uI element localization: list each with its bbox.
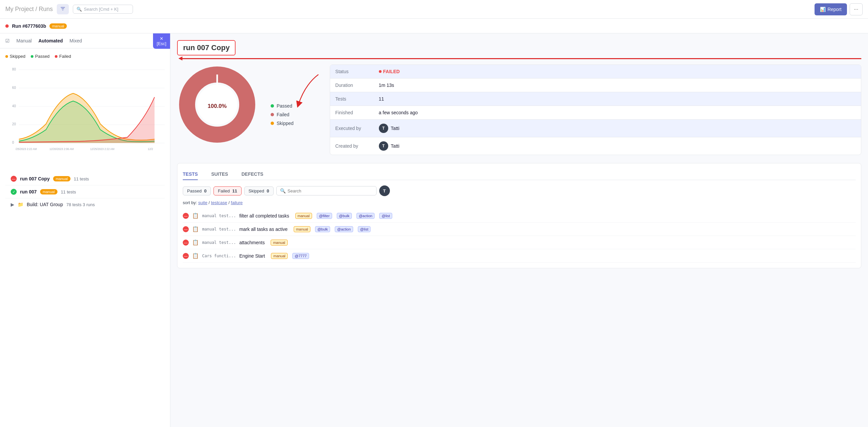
svg-text:20: 20 <box>12 122 16 126</box>
svg-text:/25/2023 2:22 AM: /25/2023 2:22 AM <box>16 147 37 151</box>
sidebar-tab-automated[interactable]: Automated <box>38 37 63 45</box>
run-status-dot <box>5 24 9 28</box>
status-row-executed-by: Executed by T Tatti <box>330 120 861 137</box>
test-file-icon: 📋 <box>192 252 199 259</box>
test-item[interactable]: — 📋 manual test... filter all completed … <box>183 209 856 222</box>
tab-defects[interactable]: DEFECTS <box>242 169 263 180</box>
legend-failed: Failed <box>55 54 71 59</box>
search-icon: 🔍 <box>76 7 82 12</box>
svg-text:80: 80 <box>12 67 16 71</box>
failed-dot <box>379 70 381 73</box>
test-file-icon: 📋 <box>192 226 199 232</box>
run-detail-row: 100.0% Passed Failed <box>177 64 861 155</box>
run-title: run 007 Copy <box>177 40 236 56</box>
run-item-copy[interactable]: — run 007 Copy manual 11 tests <box>5 173 165 185</box>
sidebar-tabs: ☑ Manual Automated Mixed <box>0 33 170 49</box>
filter-icon <box>60 6 65 11</box>
sidebar-tab-mixed[interactable]: Mixed <box>69 37 82 45</box>
build-item[interactable]: ▶ 📁 Build: UAT Group 78 tests 3 runs <box>5 199 165 211</box>
more-button[interactable]: ··· <box>849 3 863 16</box>
tests-section: TESTS SUITES DEFECTS Passed 0 Failed 11 <box>177 163 861 268</box>
sort-by-failure[interactable]: failure <box>231 200 243 205</box>
svg-text:60: 60 <box>12 85 16 90</box>
test-search-box[interactable]: 🔍 <box>276 186 376 195</box>
sort-by-suite[interactable]: suite <box>198 200 207 205</box>
svg-text:100.0%: 100.0% <box>208 103 227 109</box>
project-name[interactable]: My Project <box>5 6 34 12</box>
svg-text:12/25/2023 2:22 AM: 12/25/2023 2:22 AM <box>90 147 115 151</box>
test-fail-icon: — <box>183 253 189 259</box>
search-box[interactable]: 🔍 Search [Cmd + K] <box>73 5 133 14</box>
executed-by-avatar: T <box>379 124 388 133</box>
test-file-icon: 📋 <box>192 239 199 246</box>
test-fail-icon: — <box>183 213 189 219</box>
sidebar-tab-manual[interactable]: Manual <box>17 37 32 45</box>
section-tabs: TESTS SUITES DEFECTS <box>183 169 856 180</box>
status-row-finished: Finished a few seconds ago <box>330 106 861 120</box>
filter-skipped[interactable]: Skipped 0 <box>244 186 274 195</box>
close-icon: ✕ <box>160 36 163 41</box>
chart-icon: 📊 <box>820 7 826 12</box>
tab-icon: ☑ <box>5 38 10 43</box>
test-search-input[interactable] <box>288 188 373 193</box>
donut-legend: Passed Failed Skipped <box>271 90 294 126</box>
folder-icon: 📁 <box>18 202 23 207</box>
filter-passed[interactable]: Passed 0 <box>183 186 211 195</box>
test-fail-icon: — <box>183 240 189 246</box>
legend-passed: Passed <box>31 54 50 59</box>
svg-text:12/20/2023 2:06 AM: 12/20/2023 2:06 AM <box>50 147 74 151</box>
svg-text:12/2: 12/2 <box>148 147 153 151</box>
status-row-tests: Tests 11 <box>330 92 861 106</box>
tab-suites[interactable]: SUITES <box>211 169 228 180</box>
expand-icon: ▶ <box>11 202 14 207</box>
run-item-007[interactable]: ✓ run 007 manual 11 tests <box>5 185 165 199</box>
trend-chart: 80 60 40 20 0 <box>5 63 165 170</box>
test-item[interactable]: — 📋 manual test... mark all tasks as act… <box>183 222 856 236</box>
svg-text:0: 0 <box>12 140 14 145</box>
status-row-status: Status FAILED <box>330 65 861 79</box>
filter-failed[interactable]: Failed 11 <box>214 186 242 195</box>
filter-button[interactable] <box>57 4 69 14</box>
test-item[interactable]: — 📋 manual test... attachments manual <box>183 236 856 249</box>
test-list: — 📋 manual test... filter all completed … <box>183 209 856 263</box>
breadcrumb: My Project / Runs <box>5 6 53 13</box>
search-icon: 🔍 <box>280 188 286 193</box>
status-row-created-by: Created by T Tatti <box>330 137 861 155</box>
test-fail-icon: — <box>183 226 189 232</box>
legend-skipped: Skipped <box>5 54 25 59</box>
run-failed-icon: — <box>11 176 17 182</box>
sort-by-testcase[interactable]: testcase <box>211 200 227 205</box>
status-row-duration: Duration 1m 13s <box>330 79 861 92</box>
test-file-icon: 📋 <box>192 213 199 219</box>
status-card: Status FAILED Duration 1m 13s Tests 11 <box>330 64 861 155</box>
donut-chart: 100.0% <box>177 64 264 151</box>
report-button[interactable]: 📊 Report <box>814 3 847 16</box>
svg-text:40: 40 <box>12 103 16 108</box>
created-by-avatar: T <box>379 141 388 151</box>
run-passed-icon: ✓ <box>11 189 17 195</box>
section-name: Runs <box>39 6 53 12</box>
user-filter-avatar[interactable]: T <box>379 185 390 196</box>
tab-tests[interactable]: TESTS <box>183 169 198 180</box>
close-overlay[interactable]: ✕ [Esc] <box>153 33 170 49</box>
annotation-arrow <box>295 71 322 111</box>
sort-row: sort by: suite / testcase / failure <box>183 200 856 205</box>
test-item[interactable]: — 📋 Cars functi... Engine Start manual @… <box>183 249 856 263</box>
filter-pills: Passed 0 Failed 11 Skipped 0 🔍 <box>183 185 856 196</box>
run-id: Run #6777603b <box>12 23 46 29</box>
status-value: FAILED <box>383 69 400 74</box>
chart-legend: Skipped Passed Failed <box>5 54 165 59</box>
run-type-badge: manual <box>50 23 67 29</box>
right-panel: run 007 Copy <box>170 33 868 427</box>
runs-list: — run 007 Copy manual 11 tests ✓ run 007… <box>5 170 165 213</box>
